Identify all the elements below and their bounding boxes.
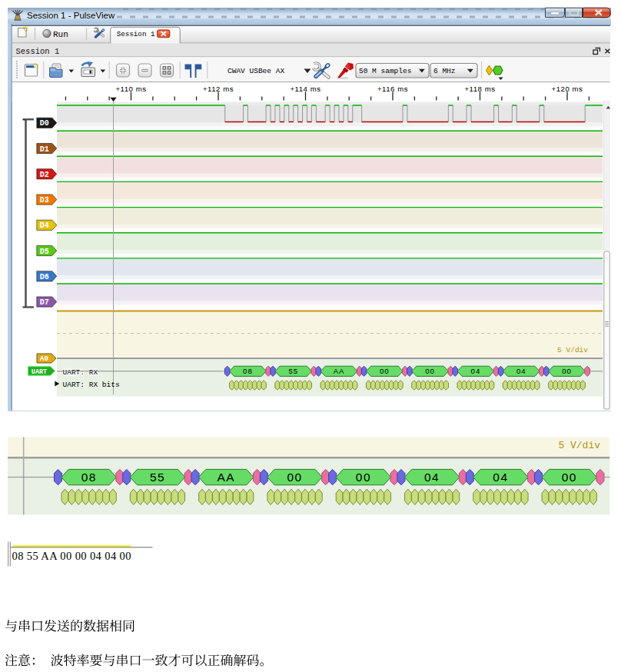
svg-text:D7: D7 — [40, 298, 49, 307]
svg-text:UART: RX: UART: RX — [63, 368, 98, 377]
svg-text:Session 1: Session 1 — [117, 30, 155, 38]
svg-text:00: 00 — [380, 367, 390, 375]
svg-text:A0: A0 — [40, 355, 48, 363]
svg-text:08: 08 — [81, 471, 97, 484]
svg-text:AA: AA — [334, 367, 345, 375]
svg-text:Run: Run — [53, 30, 68, 39]
svg-text:UART: RX bits: UART: RX bits — [63, 381, 120, 389]
svg-text:D2: D2 — [40, 171, 49, 179]
svg-text:50 M samples: 50 M samples — [359, 67, 411, 75]
svg-text:UART: UART — [32, 368, 47, 376]
svg-text:D4: D4 — [40, 221, 49, 230]
svg-text:00: 00 — [356, 471, 371, 484]
svg-text:D0: D0 — [40, 119, 49, 128]
svg-text:+110 ms: +110 ms — [115, 85, 146, 93]
svg-text:5 V/div: 5 V/div — [558, 440, 600, 451]
svg-text:+120 ms: +120 ms — [552, 85, 583, 93]
svg-text:Session 1: Session 1 — [16, 47, 60, 56]
svg-text:CWAV USBee AX: CWAV USBee AX — [227, 67, 284, 75]
svg-text:D3: D3 — [40, 196, 49, 205]
svg-text:Session 1 - PulseView: Session 1 - PulseView — [27, 11, 115, 20]
svg-text:D1: D1 — [40, 145, 49, 154]
svg-text:6 MHz: 6 MHz — [433, 67, 456, 75]
svg-text:+118 ms: +118 ms — [464, 85, 495, 93]
svg-text:+114 ms: +114 ms — [290, 85, 320, 93]
svg-text:+112 ms: +112 ms — [203, 85, 234, 93]
svg-text:00: 00 — [425, 367, 435, 375]
svg-text:08 55 AA 00 00 04 04 00: 08 55 AA 00 00 04 04 00 — [12, 550, 131, 562]
svg-text:+116 ms: +116 ms — [377, 85, 408, 93]
svg-text:00: 00 — [562, 471, 577, 484]
svg-text:D6: D6 — [40, 273, 49, 281]
svg-text:55: 55 — [288, 367, 298, 375]
svg-text:04: 04 — [424, 471, 440, 484]
svg-text:55: 55 — [150, 471, 165, 484]
svg-text:00: 00 — [562, 367, 572, 375]
svg-text:5 V/div: 5 V/div — [557, 346, 588, 354]
svg-text:AA: AA — [217, 471, 235, 484]
svg-text:04: 04 — [516, 367, 526, 375]
svg-text:D5: D5 — [40, 248, 49, 256]
svg-text:04: 04 — [493, 471, 508, 484]
svg-text:00: 00 — [287, 471, 302, 484]
svg-text:08: 08 — [243, 367, 253, 375]
svg-text:04: 04 — [471, 367, 481, 375]
